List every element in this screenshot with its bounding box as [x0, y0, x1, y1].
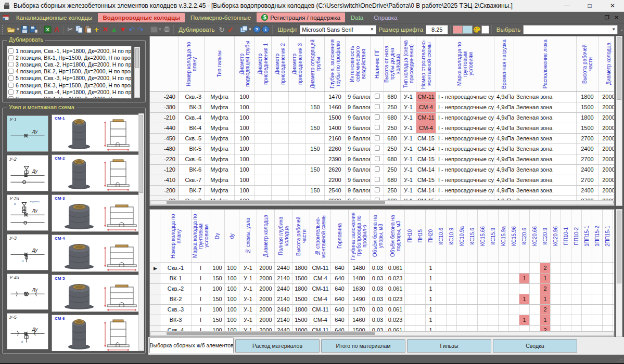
- cell[interactable]: 640: [331, 284, 349, 294]
- tab-1[interactable]: Выборка сборных ж/б элементов: [149, 337, 234, 353]
- column-header[interactable]: Высота рабочей части: [577, 36, 598, 92]
- cell[interactable]: 2000: [598, 144, 615, 154]
- column-header[interactable]: 1ПП15-2: [592, 210, 603, 263]
- cell[interactable]: [306, 134, 325, 144]
- cell[interactable]: СМ-11: [310, 284, 331, 294]
- cell[interactable]: ВК-3: [179, 102, 205, 112]
- cell[interactable]: 4,9кПа: [494, 134, 514, 144]
- cell[interactable]: [272, 102, 289, 112]
- duplicate-list-item[interactable]: 1 позиция, Скв.-1, Нр=1800, Дк=2000, Н п…: [8, 47, 131, 54]
- cell[interactable]: [467, 315, 478, 325]
- column-header[interactable]: Марка колодца по грунтовым условиям: [192, 210, 210, 263]
- column-header[interactable]: КС20.96: [551, 210, 561, 263]
- cell[interactable]: 250: [384, 165, 401, 175]
- cell[interactable]: 640: [331, 305, 349, 315]
- cell[interactable]: 640: [331, 263, 349, 273]
- cell[interactable]: [499, 305, 509, 315]
- cell[interactable]: 2000: [598, 113, 615, 123]
- cell[interactable]: 0.03: [370, 294, 386, 304]
- cell[interactable]: [519, 284, 530, 294]
- cell[interactable]: Скв.-5: [179, 134, 205, 144]
- help-icon[interactable]: ?: [253, 25, 261, 34]
- duplicate-list-item[interactable]: 3 позиция, Скв.-2, Нр=1800, Дк=2000, Н п…: [8, 61, 131, 68]
- move-down-icon[interactable]: ▼: [119, 25, 127, 34]
- cell[interactable]: [467, 305, 478, 315]
- cell[interactable]: [289, 134, 306, 144]
- cell[interactable]: [509, 263, 519, 273]
- cell[interactable]: 1500: [577, 102, 598, 112]
- column-header[interactable]: Высота рабочей части: [292, 210, 310, 263]
- cell[interactable]: I - непросадочные сухи...: [436, 186, 494, 196]
- cell[interactable]: [478, 315, 488, 325]
- cell[interactable]: [467, 294, 478, 304]
- cell[interactable]: ВК-5: [179, 144, 205, 154]
- cell[interactable]: 680: [384, 113, 401, 123]
- scheme-card-СМ-3[interactable]: СМ-3: [52, 194, 142, 232]
- cell[interactable]: [592, 305, 603, 315]
- cell[interactable]: 680: [384, 134, 401, 144]
- font-size-input[interactable]: 8.25: [426, 25, 448, 34]
- cell[interactable]: Зеленая зона: [514, 175, 577, 185]
- column-header[interactable]: 2ПП15-1: [603, 210, 613, 263]
- resize-grip[interactable]: .::: [617, 358, 623, 363]
- cell[interactable]: 100: [225, 263, 239, 273]
- toolbar-grip[interactable]: [2, 25, 4, 34]
- cell[interactable]: 1800: [292, 263, 310, 273]
- column-header[interactable]: Dy: [210, 210, 225, 263]
- column-header[interactable]: Номер строительно-монтажной схемы: [416, 36, 436, 92]
- cell[interactable]: Муфта: [205, 186, 235, 196]
- cell[interactable]: 4,9кПа: [494, 102, 514, 112]
- cell[interactable]: 1: [540, 315, 551, 325]
- cell[interactable]: [530, 294, 540, 304]
- column-header[interactable]: Тип гильзы: [205, 36, 235, 92]
- checkbox-icon[interactable]: [375, 94, 380, 99]
- cell[interactable]: [254, 134, 272, 144]
- column-header[interactable]: КС15.96: [509, 210, 519, 263]
- checkbox-icon[interactable]: [375, 135, 380, 140]
- cell[interactable]: 150: [306, 102, 325, 112]
- cell[interactable]: [289, 154, 306, 164]
- cell[interactable]: [582, 263, 592, 273]
- cell[interactable]: 1480: [349, 263, 370, 273]
- column-header[interactable]: КС15.66: [478, 210, 488, 263]
- row-header[interactable]: [150, 274, 160, 283]
- menu-item-5[interactable]: Data: [346, 13, 368, 22]
- cell[interactable]: 2000: [257, 274, 275, 283]
- cell[interactable]: 2000: [598, 92, 615, 102]
- mdi-close-button[interactable]: ✕: [615, 15, 619, 20]
- cell[interactable]: [551, 294, 561, 304]
- cell[interactable]: У-1: [401, 92, 416, 102]
- cell[interactable]: [371, 113, 384, 123]
- cell[interactable]: [603, 284, 613, 294]
- node-card-У-1[interactable]: У-1 Ду: [7, 115, 48, 152]
- cell[interactable]: [530, 284, 540, 294]
- cell[interactable]: [582, 294, 592, 304]
- cell[interactable]: 4,9кПа: [494, 123, 514, 133]
- cell[interactable]: [371, 165, 384, 175]
- column-header[interactable]: Диаметр подводящей трубы: [235, 36, 254, 92]
- cell[interactable]: [561, 305, 571, 315]
- cell[interactable]: [551, 263, 561, 273]
- cell[interactable]: 640: [331, 274, 349, 283]
- scheme-card-СМ-5[interactable]: СМ-5: [52, 275, 142, 312]
- cell[interactable]: 1800: [577, 113, 598, 123]
- column-header[interactable]: Временная нагрузка: [494, 36, 514, 92]
- column-header[interactable]: Диаметр присоединения 2: [272, 36, 289, 92]
- accent-color-swatch[interactable]: [453, 25, 463, 34]
- cell[interactable]: 680: [384, 154, 401, 164]
- cell[interactable]: 100: [225, 274, 239, 283]
- elements-result-grid-vscrollbar[interactable]: [616, 209, 622, 337]
- row-header[interactable]: -380: [150, 102, 179, 112]
- cell[interactable]: [530, 315, 540, 325]
- cell[interactable]: [371, 134, 384, 144]
- cell[interactable]: ВК-3: [160, 315, 192, 325]
- cell[interactable]: [436, 294, 447, 304]
- cell[interactable]: 2000: [257, 284, 275, 294]
- undo-icon[interactable]: ↶: [128, 25, 136, 34]
- row-header[interactable]: -410: [150, 175, 179, 185]
- cell[interactable]: 150: [306, 165, 325, 175]
- cell[interactable]: Муфта: [205, 123, 235, 133]
- cell[interactable]: [603, 294, 613, 304]
- column-header[interactable]: ПН10: [405, 210, 415, 263]
- cell[interactable]: 100: [235, 92, 254, 102]
